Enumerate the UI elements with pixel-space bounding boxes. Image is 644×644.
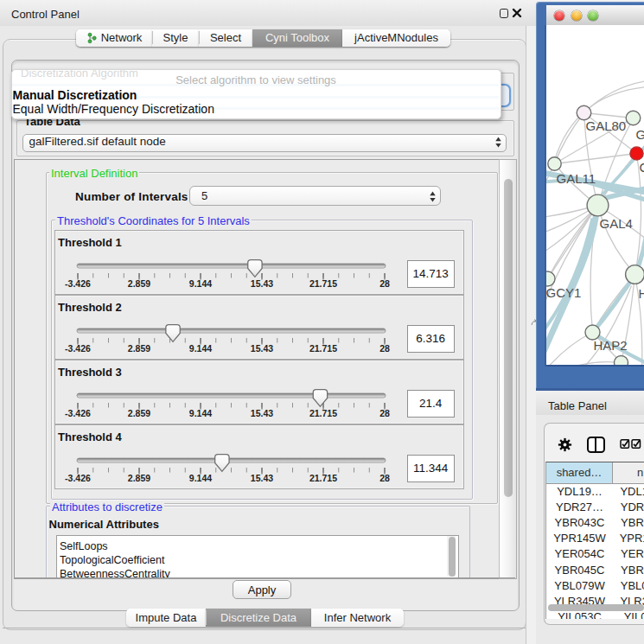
svg-text:15.43: 15.43 [251, 408, 273, 418]
svg-text:15.43: 15.43 [251, 473, 273, 483]
svg-text:21.715: 21.715 [309, 408, 337, 418]
svg-text:HAP2: HAP2 [593, 337, 627, 352]
svg-text:15.43: 15.43 [251, 278, 273, 289]
svg-text:28: 28 [379, 408, 390, 418]
svg-text:28: 28 [379, 278, 390, 289]
svg-text:21.715: 21.715 [309, 473, 337, 483]
svg-text:-3.426: -3.426 [65, 278, 91, 289]
svg-text:2.859: 2.859 [128, 278, 150, 289]
svg-text:GAL80: GAL80 [585, 118, 626, 132]
svg-text:28: 28 [379, 473, 390, 483]
svg-text:G: G [635, 126, 644, 141]
svg-text:-3.426: -3.426 [65, 343, 91, 354]
svg-text:9.144: 9.144 [189, 473, 212, 483]
svg-text:2.859: 2.859 [128, 473, 150, 483]
svg-text:2.859: 2.859 [128, 408, 150, 418]
svg-text:21.715: 21.715 [309, 343, 337, 354]
svg-text:GAL11: GAL11 [556, 170, 596, 185]
svg-text:9.144: 9.144 [189, 408, 212, 418]
svg-text:2.859: 2.859 [128, 343, 150, 354]
svg-text:21.715: 21.715 [309, 278, 337, 289]
svg-text:9.144: 9.144 [189, 343, 212, 354]
svg-text:-3.426: -3.426 [65, 408, 91, 418]
svg-text:H: H [638, 285, 644, 300]
svg-text:9.144: 9.144 [189, 278, 212, 289]
svg-text:28: 28 [379, 343, 390, 354]
svg-text:C: C [639, 159, 644, 174]
svg-text:-3.426: -3.426 [65, 473, 91, 483]
svg-text:15.43: 15.43 [251, 343, 273, 354]
svg-text:GCY1: GCY1 [546, 284, 581, 299]
svg-text:GAL4: GAL4 [599, 215, 632, 230]
